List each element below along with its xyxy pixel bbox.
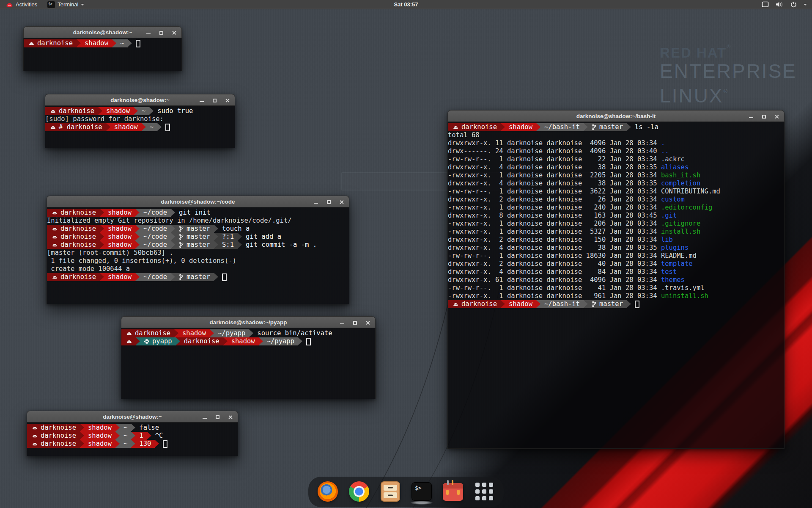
powerline-arrow-icon (100, 225, 104, 233)
maximize-button[interactable] (760, 113, 767, 120)
redhat-icon (453, 125, 458, 130)
output-text: drwxrwxr-x. 2 darknoise darknoise 40 Jan… (448, 260, 661, 268)
command-text: ls -la (631, 123, 658, 131)
terminal-content[interactable]: darknoiseshadow~/pyappsource bin/activat… (121, 328, 376, 399)
output-line: drwx------. 24 darknoise darknoise 4096 … (448, 147, 784, 155)
powerline-arrow-icon (627, 123, 631, 131)
prompt-segment-branch: master (175, 233, 214, 241)
chrome-browser-icon[interactable] (349, 481, 369, 502)
close-icon (172, 30, 176, 35)
output-line: total 68 (448, 131, 784, 139)
powerline-arrow-icon (135, 233, 140, 241)
powerline-arrow-icon (115, 440, 120, 448)
output-line: drwxrwxr-x. 11 darknoise darknoise 4096 … (448, 139, 784, 147)
output-text: 1 file changed, 0 insertions(+), 0 delet… (47, 257, 236, 265)
prompt-segment-host: shadow (228, 337, 259, 345)
terminal-content[interactable]: darknoiseshadow~/codegit initInitialized… (47, 207, 349, 304)
window-titlebar[interactable]: darknoise@shadow:~/code (47, 196, 349, 207)
window-titlebar[interactable]: darknoise@shadow:~/bash-it (447, 110, 785, 122)
file-name: uninstall.sh (661, 292, 708, 300)
window-title: darknoise@shadow:~ (103, 414, 162, 420)
file-name: template (661, 260, 693, 268)
minimize-button[interactable] (198, 97, 205, 104)
output-line: 1 file changed, 0 insertions(+), 0 delet… (47, 257, 349, 265)
terminal-content[interactable]: darknoiseshadow~ (23, 38, 182, 71)
terminal-content[interactable]: darknoiseshadow~sudo true[sudo] password… (45, 106, 235, 148)
close-button[interactable] (224, 97, 230, 104)
terminal-cursor (306, 338, 311, 345)
terminal-content[interactable]: darknoiseshadow~/bash-itmasterls -latota… (447, 122, 785, 449)
powerline-arrow-icon (100, 273, 104, 281)
command-text: sudo true (154, 107, 193, 115)
close-button[interactable] (227, 414, 233, 420)
maximize-button[interactable] (158, 29, 165, 36)
output-line: drwxrwxr-x. 8 darknoise darknoise 163 Ja… (448, 212, 784, 220)
close-button[interactable] (773, 113, 780, 120)
close-button[interactable] (364, 319, 371, 326)
powerline-arrow-icon (171, 233, 175, 241)
maximize-button[interactable] (351, 319, 358, 326)
minimize-button[interactable] (313, 199, 319, 205)
powerline-arrow-icon (135, 225, 140, 233)
powerline-arrow-icon (155, 440, 159, 448)
logo-registered-mark-2: ® (724, 88, 729, 94)
volume-icon[interactable] (776, 1, 784, 8)
terminal-app-icon[interactable]: $> (411, 481, 432, 502)
power-icon[interactable] (790, 1, 797, 8)
maximize-button[interactable] (211, 97, 218, 104)
chevron-down-icon (81, 4, 84, 6)
app-menu-terminal[interactable]: $> Terminal (44, 0, 88, 9)
clock[interactable]: Sat 03:57 (394, 1, 418, 8)
command-text: git add a (242, 233, 281, 241)
maximize-button[interactable] (325, 199, 332, 205)
output-text: drwxrwxr-x. 4 darknoise darknoise 38 Jan… (448, 179, 661, 188)
powerline-arrow-icon (249, 329, 253, 337)
maximize-button[interactable] (214, 414, 221, 420)
close-button[interactable] (338, 199, 345, 205)
output-text: -rw-rw-r--. 1 darknoise darknoise 22 Jan… (448, 155, 661, 163)
prompt-segment-host: shadow (104, 225, 135, 233)
minimize-button[interactable] (339, 319, 346, 326)
output-text: -rw-rw-r--. 1 darknoise darknoise 3622 J… (448, 188, 661, 196)
prompt-segment-branch: master (175, 225, 214, 233)
prompt-segment-user: darknoise (47, 209, 100, 217)
git-branch-icon (592, 124, 596, 130)
window-titlebar[interactable]: darknoise@shadow:~/pyapp (121, 316, 376, 328)
window-titlebar[interactable]: darknoise@shadow:~ (23, 26, 182, 38)
redhat-icon (29, 41, 34, 46)
file-name: CONTRIBUTING.md (661, 188, 720, 196)
activities-button[interactable]: Activities (3, 0, 40, 9)
display-icon[interactable] (762, 1, 769, 8)
output-text: -rwxrwxr-x. 1 darknoise darknoise 961 Ja… (448, 292, 661, 300)
minimize-button[interactable] (748, 113, 754, 120)
powerline-arrow-icon (100, 241, 104, 249)
system-menu-chevron-icon[interactable] (804, 4, 807, 6)
logo-registered-mark: ® (727, 43, 732, 50)
minimize-button[interactable] (145, 29, 152, 36)
prompt-segment-user: darknoise (121, 329, 174, 337)
prompt-segment-path: ~/code (140, 209, 171, 217)
maximize-icon (216, 415, 219, 419)
prompt-segment-venv: pyapp (140, 337, 176, 345)
toolbox-icon[interactable] (443, 481, 463, 502)
window-titlebar[interactable]: darknoise@shadow:~ (27, 411, 238, 422)
output-text: drwxrwxr-x. 4 darknoise darknoise 38 Jan… (448, 244, 661, 252)
powerline-arrow-icon (100, 209, 104, 217)
prompt-segment-branch: master (175, 273, 214, 281)
firefox-browser-icon[interactable] (318, 481, 338, 502)
window-title: darknoise@shadow:~ (110, 97, 170, 103)
powerline-arrow-icon (210, 329, 214, 337)
prompt-line: darknoiseshadow~/bash-itmaster (448, 300, 784, 308)
prompt-segment-user: darknoise (47, 241, 100, 249)
powerline-arrow-icon (536, 123, 540, 131)
close-button[interactable] (170, 29, 177, 36)
show-applications-icon[interactable] (474, 481, 494, 502)
minimize-button[interactable] (201, 414, 208, 420)
file-name: .git (661, 212, 677, 220)
terminal-content[interactable]: darknoiseshadow~falsedarknoiseshadow~1^C… (27, 422, 238, 456)
window-titlebar[interactable]: darknoise@shadow:~ (45, 94, 235, 106)
prompt-line: darknoiseshadow~/bash-itmasterls -la (448, 123, 784, 131)
prompt-segment-host: shadow (104, 233, 135, 241)
logo-enterprise-text: ENTERPRISE (660, 61, 797, 81)
file-manager-icon[interactable] (380, 481, 401, 502)
